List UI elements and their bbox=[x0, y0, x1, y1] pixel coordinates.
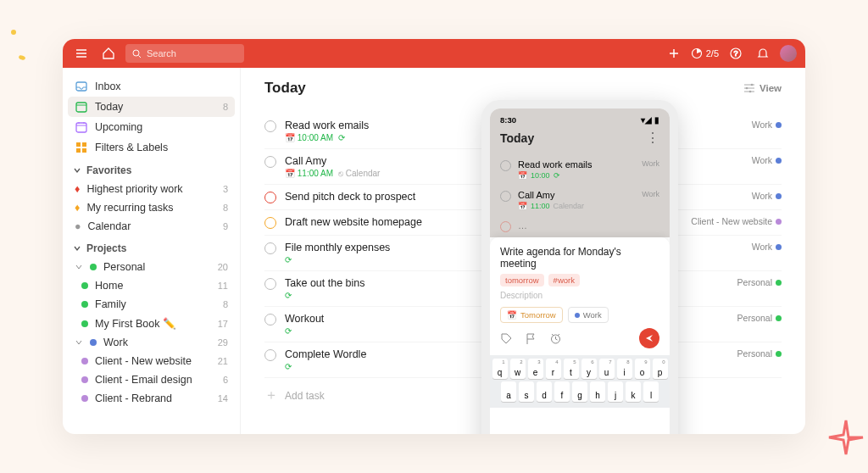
pill-tomorrow[interactable]: 📅 Tomorrow bbox=[500, 307, 563, 323]
task-project-tag[interactable]: Client - New website bbox=[691, 216, 782, 226]
task-checkbox[interactable] bbox=[264, 156, 276, 168]
task-project-tag[interactable]: Work bbox=[752, 155, 782, 165]
key[interactable]: j bbox=[608, 381, 623, 402]
svg-point-15 bbox=[749, 91, 752, 93]
sidebar-item-upcoming[interactable]: Upcoming bbox=[68, 117, 235, 137]
key[interactable]: 3e bbox=[528, 359, 543, 379]
chevron-down-icon bbox=[75, 338, 83, 347]
key[interactable]: a bbox=[501, 381, 516, 402]
svg-rect-8 bbox=[76, 123, 86, 132]
more-icon[interactable]: ⋮ bbox=[646, 130, 659, 146]
pill-work[interactable]: Work bbox=[568, 307, 609, 323]
avatar[interactable] bbox=[780, 45, 797, 62]
productivity-chip[interactable]: 2/5 bbox=[691, 47, 719, 59]
page-title: Today View bbox=[264, 80, 782, 97]
home-icon[interactable] bbox=[98, 43, 119, 64]
task-project-tag[interactable]: Work bbox=[752, 242, 782, 252]
task-checkbox[interactable] bbox=[264, 242, 276, 254]
search-icon bbox=[132, 49, 142, 58]
project-child[interactable]: Client - Rebrand14 bbox=[68, 389, 235, 408]
key[interactable]: d bbox=[537, 381, 552, 402]
projects-header[interactable]: Projects bbox=[68, 236, 235, 258]
search-input[interactable]: Search bbox=[125, 44, 244, 63]
send-button[interactable] bbox=[639, 328, 659, 348]
project-child[interactable]: Client - New website21 bbox=[68, 352, 235, 370]
project-personal[interactable]: Personal20 bbox=[68, 258, 235, 276]
pie-icon bbox=[691, 47, 703, 59]
description-input[interactable]: Description bbox=[500, 289, 659, 302]
key[interactable]: g bbox=[572, 381, 587, 402]
help-icon[interactable]: ? bbox=[726, 43, 746, 64]
key[interactable]: 5t bbox=[564, 359, 579, 379]
alarm-icon[interactable] bbox=[549, 332, 562, 345]
favorites-header[interactable]: Favorites bbox=[68, 158, 235, 180]
task-project-tag[interactable]: Work bbox=[752, 191, 782, 201]
project-work[interactable]: Work29 bbox=[68, 333, 235, 352]
svg-point-13 bbox=[751, 84, 754, 86]
label-icon[interactable] bbox=[500, 332, 513, 345]
notification-icon[interactable] bbox=[753, 43, 773, 64]
key[interactable]: k bbox=[626, 381, 641, 402]
project-child[interactable]: Client - Email design6 bbox=[68, 370, 235, 389]
phone-task[interactable]: Read work emails 📅 10:00 ⟳ Work bbox=[490, 154, 670, 185]
sidebar-item-filters[interactable]: Filters & Labels bbox=[68, 137, 235, 158]
search-placeholder: Search bbox=[147, 48, 176, 58]
key[interactable]: 7u bbox=[599, 359, 615, 379]
project-child[interactable]: Family8 bbox=[68, 295, 235, 314]
svg-point-14 bbox=[746, 87, 748, 90]
add-icon[interactable] bbox=[664, 43, 684, 64]
task-checkbox[interactable] bbox=[264, 120, 276, 132]
phone-keyboard: 1q2w3e4r5t6y7u8i9o0p asdfghjkl bbox=[490, 355, 670, 408]
phone-checkbox[interactable] bbox=[500, 160, 511, 171]
key[interactable]: 9o bbox=[635, 359, 650, 379]
phone-task[interactable]: Call Amy 📅 11:00 Calendar Work bbox=[490, 185, 670, 215]
svg-rect-10 bbox=[82, 142, 86, 147]
chip-tomorrow[interactable]: tomorrow bbox=[500, 274, 544, 287]
phone-title: Today bbox=[500, 131, 534, 145]
filters-icon bbox=[75, 141, 88, 154]
inbox-icon bbox=[75, 80, 88, 93]
task-project-tag[interactable]: Personal bbox=[737, 348, 782, 359]
key[interactable]: f bbox=[554, 381, 570, 402]
upcoming-icon bbox=[75, 120, 88, 134]
svg-rect-12 bbox=[82, 148, 86, 153]
flag-icon[interactable] bbox=[525, 332, 537, 345]
task-project-tag[interactable]: Personal bbox=[737, 313, 782, 323]
task-checkbox[interactable] bbox=[264, 349, 276, 361]
key[interactable]: 8i bbox=[617, 359, 632, 379]
favorite-item[interactable]: ♦My recurring tasks8 bbox=[68, 198, 235, 217]
sidebar-item-inbox[interactable]: Inbox bbox=[68, 76, 235, 97]
task-checkbox[interactable] bbox=[264, 278, 276, 290]
key[interactable]: 0p bbox=[653, 359, 668, 379]
key[interactable]: 1q bbox=[492, 359, 508, 379]
task-checkbox[interactable] bbox=[264, 217, 276, 229]
svg-point-1 bbox=[18, 54, 25, 60]
project-child[interactable]: Home11 bbox=[68, 276, 235, 295]
task-project-tag[interactable]: Work bbox=[752, 120, 782, 130]
key[interactable]: 4r bbox=[546, 359, 561, 379]
menu-icon[interactable] bbox=[71, 43, 92, 64]
svg-text:?: ? bbox=[733, 49, 737, 58]
key[interactable]: 2w bbox=[510, 359, 526, 379]
project-child[interactable]: My First Book ✏️17 bbox=[68, 314, 235, 333]
sidebar-item-today[interactable]: Today 8 bbox=[68, 97, 235, 117]
today-icon bbox=[75, 100, 88, 114]
favorite-item[interactable]: ●Calendar9 bbox=[68, 217, 235, 236]
svg-point-0 bbox=[11, 30, 16, 35]
favorite-item[interactable]: ♦Highest priority work3 bbox=[68, 180, 235, 198]
svg-rect-9 bbox=[76, 142, 81, 147]
key[interactable]: h bbox=[590, 381, 605, 402]
key[interactable]: 6y bbox=[581, 359, 597, 379]
phone-checkbox[interactable] bbox=[500, 191, 511, 202]
key[interactable]: s bbox=[519, 381, 534, 402]
task-checkbox[interactable] bbox=[264, 314, 276, 326]
chip-work[interactable]: #work bbox=[548, 274, 580, 287]
task-checkbox[interactable] bbox=[264, 192, 276, 203]
new-task-input[interactable]: Write agenda for Monday's meeting bbox=[500, 244, 659, 271]
sidebar-label: Filters & Labels bbox=[95, 142, 168, 153]
view-button[interactable]: View bbox=[743, 83, 782, 93]
app-window: Search 2/5 ? Inbox Today 8 Upcoming bbox=[63, 39, 805, 434]
key[interactable]: l bbox=[643, 381, 659, 402]
phone-mockup: 8:30 ▾◢ ▮ Today ⋮ Read work emails 📅 10:… bbox=[481, 100, 678, 434]
task-project-tag[interactable]: Personal bbox=[737, 277, 782, 287]
